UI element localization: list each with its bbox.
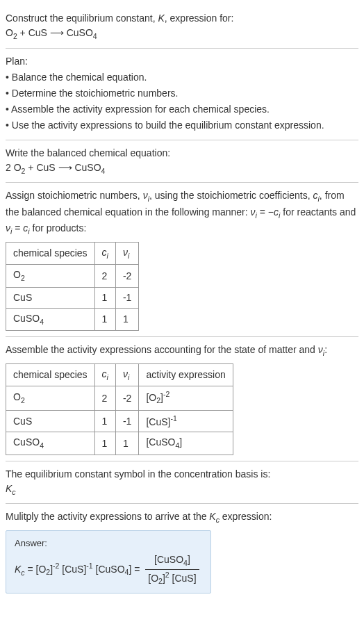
balanced-heading: Write the balanced chemical equation: [6,146,358,161]
cell: CuSO4 [6,308,95,331]
intro-equation: O2 + CuS ⟶ CuSO4 [6,26,358,42]
intro-section: Construct the equilibrium constant, K, e… [6,6,358,49]
cell: 1 [94,308,115,331]
table-row: O2 2 -2 [6,265,139,288]
col-header: ci [94,242,115,265]
plan-item: • Determine the stoichiometric numbers. [6,86,358,101]
plan-section: Plan: • Balance the chemical equation. •… [6,49,358,140]
cell: 1 [94,287,115,308]
cell: -2 [115,386,138,410]
multiply-heading: Mulitply the activity expressions to arr… [6,509,358,526]
answer-expression: Kc = [O2]-2 [CuS]-1 [CuSO4] = [CuSO4] [O… [15,553,202,587]
multiply-section: Mulitply the activity expressions to arr… [6,504,358,599]
table-row: CuS 1 -1 [6,287,139,308]
cell: CuS [6,287,95,308]
cell: 2 [94,386,115,410]
balanced-equation: 2 O2 + CuS ⟶ CuSO4 [6,161,358,177]
cell: -1 [115,410,138,432]
activity-table: chemical species ci νi activity expressi… [6,363,233,455]
col-header: νi [115,242,138,265]
cell: 2 [94,265,115,288]
cell: [CuS]-1 [139,410,233,432]
col-header: ci [94,363,115,386]
col-header: chemical species [6,242,95,265]
table-row: chemical species ci νi activity expressi… [6,363,233,386]
cell: O2 [6,386,95,410]
cell: 1 [94,410,115,432]
stoich-heading: Assign stoichiometric numbers, νi, using… [6,188,358,238]
cell: [CuSO4] [139,432,233,455]
table-row: CuSO4 1 1 [6,308,139,331]
plan-items: • Balance the chemical equation. • Deter… [6,70,358,133]
plan-heading: Plan: [6,54,358,69]
answer-box: Answer: Kc = [O2]-2 [CuS]-1 [CuSO4] = [C… [6,530,211,594]
cell: -2 [115,265,138,288]
cell: [O2]-2 [139,386,233,410]
plan-item: • Balance the chemical equation. [6,70,358,85]
symbol-heading: The equilibrium constant symbol in the c… [6,467,358,482]
symbol-section: The equilibrium constant symbol in the c… [6,461,358,505]
cell: CuSO4 [6,432,95,455]
plan-item: • Use the activity expressions to build … [6,118,358,133]
col-header: νi [115,363,138,386]
activity-section: Assemble the activity expressions accoun… [6,337,358,461]
symbol-value: Kc [6,482,358,498]
cell: CuS [6,410,95,432]
col-header: chemical species [6,363,95,386]
cell: 1 [115,432,138,455]
table-row: chemical species ci νi [6,242,139,265]
table-row: CuSO4 1 1 [CuSO4] [6,432,233,455]
activity-heading: Assemble the activity expressions accoun… [6,343,358,359]
table-row: CuS 1 -1 [CuS]-1 [6,410,233,432]
cell: 1 [115,308,138,331]
plan-item: • Assemble the activity expression for e… [6,102,358,117]
table-row: O2 2 -2 [O2]-2 [6,386,233,410]
cell: 1 [94,432,115,455]
answer-label: Answer: [15,537,202,550]
stoich-section: Assign stoichiometric numbers, νi, using… [6,183,358,337]
cell: -1 [115,287,138,308]
cell: O2 [6,265,95,288]
intro-heading: Construct the equilibrium constant, K, e… [6,11,358,26]
col-header: activity expression [139,363,233,386]
stoich-table: chemical species ci νi O2 2 -2 CuS 1 -1 … [6,242,139,332]
balanced-section: Write the balanced chemical equation: 2 … [6,140,358,183]
